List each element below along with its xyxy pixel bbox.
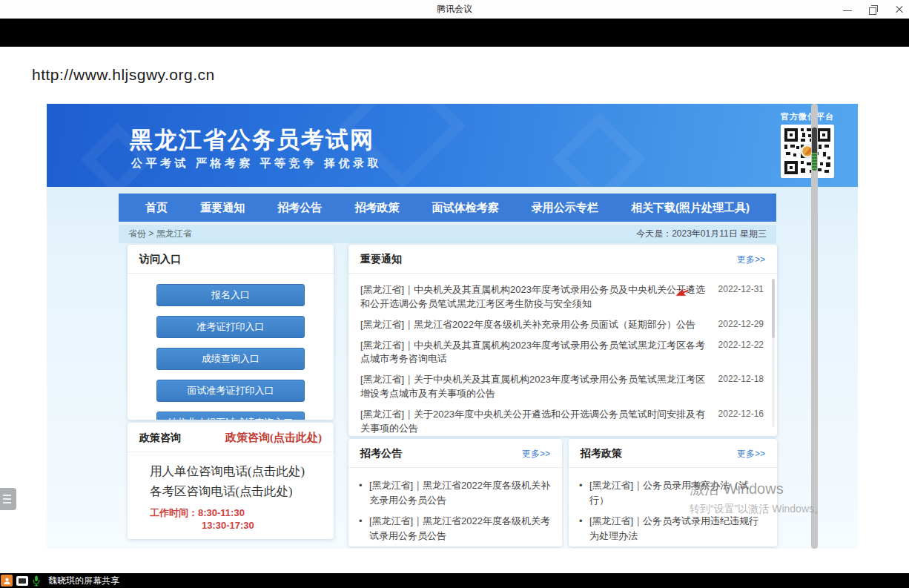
wechat-qr-block: 官方微信平台: [778, 111, 837, 181]
notice-scrollbar-thumb[interactable]: [772, 279, 775, 338]
consult-click-link[interactable]: 政策咨询(点击此处): [225, 431, 322, 445]
notice-date: 2022-12-31: [718, 283, 764, 294]
page-url: http://www.hljsgwy.org.cn: [32, 66, 215, 84]
collapsed-toolbar-handle[interactable]: [0, 488, 16, 510]
interview-ticket-print-button[interactable]: 面试准考证打印入口: [156, 380, 305, 402]
nav-employment[interactable]: 录用公示专栏: [532, 201, 598, 215]
policy-list: [黑龙江省]｜公务员录用考察办法（试行） [黑龙江省]｜公务员考试录用违纪违规行…: [569, 468, 777, 546]
notice-link[interactable]: [黑龙江省]｜黑龙江省2022年度各级机关补充录用公务员面试（延期部分）公告: [360, 318, 708, 332]
notice-list: [黑龙江省]｜中央机关及其直属机构2023年度考试录用公务员及中央机关公开遴选和…: [348, 274, 777, 436]
notice-link[interactable]: [黑龙江省]｜中央机关及其直属机构2023年度考试录用公务员笔试黑龙江考区各考点…: [360, 339, 708, 367]
notice-panel-title: 重要通知: [360, 253, 402, 266]
announce-link[interactable]: [黑龙江省]｜黑龙江省2022年度各级机关补充录用公务员公告: [369, 480, 550, 506]
employer-phone-link[interactable]: 用人单位咨询电话(点击此处): [150, 461, 323, 481]
entry-panel-header: 访问入口: [128, 245, 334, 274]
notice-date: 2022-12-29: [718, 318, 764, 329]
policy-more-link[interactable]: 更多>>: [737, 448, 765, 460]
policy-link[interactable]: [黑龙江省]｜公务员录用考察办法（试行）: [589, 480, 749, 506]
list-item: [黑龙江省]｜黑龙江省2022年度各级机关补充录用公务员公告: [359, 478, 552, 507]
site-header: 黑龙江省公务员考试网 公平考试 严格考察 平等竞争 择优录取 官方微信平台: [47, 104, 858, 187]
browser-scrollbar-thumb-green[interactable]: [812, 153, 817, 171]
group-interview-score-button[interactable]: 结构化小组面试成绩查询入口: [156, 412, 305, 420]
notice-item: [黑龙江省]｜关于中央机关及其直属机构2023年度考试录用公务员笔试黑龙江考区增…: [360, 373, 764, 401]
screen-share-icon: [16, 576, 28, 586]
notice-more-link[interactable]: 更多>>: [737, 254, 765, 266]
announce-list: [黑龙江省]｜黑龙江省2022年度各级机关补充录用公务员公告 [黑龙江省]｜黑龙…: [348, 468, 562, 546]
nav-home[interactable]: 首页: [145, 201, 168, 215]
qr-code-icon: [781, 125, 834, 178]
share-status-bar: 魏晓琪的屏幕共享: [0, 573, 909, 588]
policy-panel-title: 招考政策: [581, 447, 622, 460]
admission-ticket-print-button[interactable]: 准考证打印入口: [156, 316, 305, 338]
list-item: [黑龙江省]｜公务员考试录用违纪违规行为处理办法: [579, 514, 767, 543]
notice-item: [黑龙江省]｜中央机关及其直属机构2023年度考试录用公务员及中央机关公开遴选和…: [360, 283, 764, 311]
policy-panel-header: 招考政策 更多>>: [569, 439, 777, 468]
list-item: [黑龙江省]｜黑龙江省2022年度各级机关考试录用公务员公告: [359, 514, 552, 543]
restore-icon[interactable]: [868, 4, 879, 15]
score-query-button[interactable]: 成绩查询入口: [156, 348, 305, 370]
notice-date: 2022-12-16: [718, 408, 764, 419]
meeting-titlebar: 腾讯会议: [0, 0, 909, 19]
work-hours: 工作时间：8:30-11:30 13:30-17:30: [150, 506, 323, 531]
qr-label: 官方微信平台: [778, 111, 837, 122]
notice-link[interactable]: [黑龙江省]｜关于中央机关及其直属机构2023年度考试录用公务员笔试黑龙江考区增…: [360, 373, 708, 401]
main-nav: 首页 重要通知 招考公告 招考政策 面试体检考察 录用公示专栏 相关下载(照片处…: [119, 194, 776, 222]
announce-more-link[interactable]: 更多>>: [522, 448, 550, 460]
minimize-icon[interactable]: [842, 4, 853, 15]
policy-link[interactable]: [黑龙江省]｜公务员考试录用违纪违规行为处理办法: [589, 515, 758, 541]
site-title: 黑龙江省公务员考试网: [130, 125, 374, 156]
notice-date: 2022-12-22: [718, 339, 764, 350]
presenter-label: 魏晓琪的屏幕共享: [48, 575, 119, 587]
notice-item: [黑龙江省]｜关于2023年度中央机关公开遴选和公开选调公务员笔试时间安排及有关…: [360, 408, 764, 436]
announce-panel-title: 招考公告: [360, 447, 402, 460]
list-item: [黑龙江省]｜公务员录用考察办法（试行）: [579, 478, 767, 507]
entry-panel: 访问入口 报名入口 准考证打印入口 成绩查询入口 面试准考证打印入口 结构化小组…: [128, 245, 334, 420]
site-slogan: 公平考试 严格考察 平等竞争 择优录取: [131, 156, 382, 171]
nav-notices[interactable]: 重要通知: [200, 201, 245, 215]
nav-interview[interactable]: 面试体检考察: [432, 201, 499, 215]
notice-panel: 重要通知 更多>> [黑龙江省]｜中央机关及其直属机构2023年度考试录用公务员…: [348, 245, 777, 436]
breadcrumb[interactable]: 省份 > 黑龙江省: [128, 228, 192, 240]
nav-downloads[interactable]: 相关下载(照片处理工具): [631, 201, 750, 215]
close-icon[interactable]: [894, 4, 905, 15]
browser-scrollbar[interactable]: [811, 104, 818, 549]
microphone-icon[interactable]: [32, 575, 41, 587]
consult-panel: 政策咨询 政策咨询(点击此处) 用人单位咨询电话(点击此处) 各考区咨询电话(点…: [128, 423, 334, 539]
announce-panel: 招考公告 更多>> [黑龙江省]｜黑龙江省2022年度各级机关补充录用公务员公告…: [348, 439, 562, 546]
letterbox-top: [0, 19, 909, 47]
decorative-cube: [552, 112, 646, 187]
announce-panel-header: 招考公告 更多>>: [348, 439, 562, 468]
register-entry-button[interactable]: 报名入口: [156, 284, 305, 306]
browser-scrollbar-thumb[interactable]: [812, 128, 817, 153]
notice-scrollbar[interactable]: [772, 279, 775, 427]
notice-item: [黑龙江省]｜黑龙江省2022年度各级机关补充录用公务员面试（延期部分）公告 2…: [360, 318, 764, 332]
announce-link[interactable]: [黑龙江省]｜黑龙江省2022年度各级机关考试录用公务员公告: [369, 515, 550, 541]
consult-panel-title: 政策咨询: [139, 432, 181, 445]
notice-item: [黑龙江省]｜中央机关及其直属机构2023年度考试录用公务员笔试黑龙江考区各考点…: [360, 339, 764, 367]
meeting-title: 腾讯会议: [0, 0, 909, 19]
hamburger-icon: [3, 495, 11, 496]
work-hours-afternoon: 13:30-17:30: [202, 520, 323, 531]
work-hours-label: 工作时间：: [150, 507, 198, 518]
notice-panel-header: 重要通知 更多>>: [348, 245, 777, 274]
today-date: 今天是：2023年01月11日 星期三: [636, 228, 767, 240]
notice-link[interactable]: [黑龙江省]｜中央机关及其直属机构2023年度考试录用公务员及中央机关公开遴选和…: [360, 283, 708, 311]
meeting-app-icon[interactable]: [1, 575, 13, 587]
consult-body: 用人单位咨询电话(点击此处) 各考区咨询电话(点击此处) 工作时间：8:30-1…: [128, 452, 334, 531]
webpage: 黑龙江省公务员考试网 公平考试 严格考察 平等竞争 择优录取 官方微信平台: [47, 104, 858, 549]
entry-buttons: 报名入口 准考证打印入口 成绩查询入口 面试准考证打印入口 结构化小组面试成绩查…: [128, 274, 334, 420]
entry-panel-title: 访问入口: [139, 253, 181, 266]
breadcrumb-bar: 省份 > 黑龙江省 今天是：2023年01月11日 星期三: [119, 225, 776, 243]
shared-screen: http://www.hljsgwy.org.cn 黑龙江省公务员考试网 公平考…: [0, 47, 909, 573]
window-controls: [842, 0, 905, 19]
nav-announcements[interactable]: 招考公告: [277, 201, 322, 215]
work-hours-morning: 8:30-11:30: [198, 507, 245, 518]
examarea-phone-link[interactable]: 各考区咨询电话(点击此处): [150, 481, 323, 501]
notice-date: 2022-12-18: [718, 373, 764, 384]
policy-panel: 招考政策 更多>> [黑龙江省]｜公务员录用考察办法（试行） [黑龙江省]｜公务…: [569, 439, 777, 546]
nav-policies[interactable]: 招考政策: [354, 201, 399, 215]
notice-link[interactable]: [黑龙江省]｜关于2023年度中央机关公开遴选和公开选调公务员笔试时间安排及有关…: [360, 408, 708, 436]
consult-panel-header: 政策咨询 政策咨询(点击此处): [128, 423, 334, 452]
